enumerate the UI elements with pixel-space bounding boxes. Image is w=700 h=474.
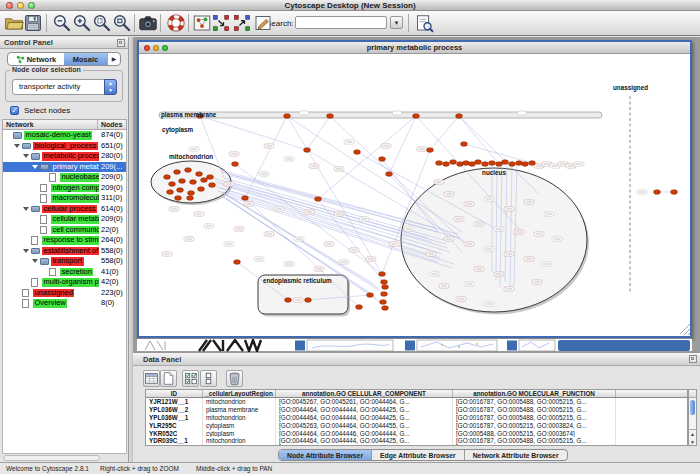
network-node[interactable] bbox=[304, 148, 311, 153]
network-node[interactable] bbox=[386, 172, 393, 177]
network-node[interactable] bbox=[242, 196, 249, 201]
network-node[interactable] bbox=[169, 182, 176, 187]
search-input[interactable] bbox=[295, 16, 387, 29]
network-node[interactable] bbox=[522, 162, 529, 167]
tree-row[interactable]: cellular process614(0) bbox=[3, 204, 126, 215]
network-node[interactable] bbox=[671, 190, 678, 195]
scrollbar-thumb[interactable] bbox=[690, 400, 695, 415]
network-node[interactable] bbox=[381, 292, 388, 297]
tree-row[interactable]: macromolecule311(0) bbox=[3, 193, 126, 204]
network-node[interactable] bbox=[187, 196, 194, 201]
zoom-out-button[interactable] bbox=[52, 13, 72, 33]
tree-row[interactable]: cell communicat22(0) bbox=[3, 225, 126, 236]
network-view-titlebar[interactable]: primary metabolic process bbox=[139, 42, 690, 54]
attribute-grid-button[interactable] bbox=[143, 370, 160, 387]
network-node[interactable] bbox=[179, 179, 186, 184]
network-node[interactable] bbox=[427, 148, 434, 153]
view-close-button[interactable] bbox=[144, 45, 150, 51]
network-node[interactable] bbox=[379, 272, 386, 277]
tab-node-attribute-browser[interactable]: Node Attribute Browser bbox=[279, 450, 372, 460]
network-node[interactable] bbox=[234, 260, 241, 265]
table-row[interactable]: YLR295Ccytoplasm[GO:0045263, GO:0044464,… bbox=[146, 422, 687, 430]
network-node[interactable] bbox=[356, 305, 363, 310]
network-node[interactable] bbox=[529, 161, 536, 166]
resize-grip-icon[interactable] bbox=[680, 324, 690, 335]
search-advanced-button[interactable] bbox=[414, 13, 434, 33]
network-node[interactable] bbox=[654, 190, 661, 195]
network-node[interactable] bbox=[201, 178, 208, 183]
network-node[interactable] bbox=[207, 175, 214, 180]
view-minimize-button[interactable] bbox=[153, 45, 159, 51]
tree-row[interactable]: mosaic-demo-yeast874(0) bbox=[3, 130, 126, 141]
network-node[interactable] bbox=[354, 150, 361, 155]
tab-mosaic[interactable]: Mosaic bbox=[64, 53, 107, 65]
attribute-unselect-button[interactable] bbox=[200, 370, 217, 387]
tree-row[interactable]: response to stimulu264(0) bbox=[3, 235, 126, 246]
network-node[interactable] bbox=[188, 191, 195, 196]
column-header[interactable]: ID bbox=[146, 390, 203, 397]
network-node[interactable] bbox=[177, 188, 184, 193]
tree-column-network[interactable]: Network bbox=[6, 121, 34, 128]
zoom-selected-button[interactable] bbox=[92, 13, 112, 33]
tree-row[interactable]: nucleobase-209(0) bbox=[3, 172, 126, 183]
tree-row[interactable]: biological_process651(0) bbox=[3, 141, 126, 152]
network-node[interactable] bbox=[175, 196, 182, 201]
table-row[interactable]: YJR121W__1mitochondrion[GO:0045267, GO:0… bbox=[146, 398, 687, 406]
tree-row[interactable]: metabolic process280(0) bbox=[3, 151, 126, 162]
column-header[interactable]: annotation.GO CELLULAR_COMPONENT bbox=[276, 390, 453, 397]
table-row[interactable]: YKR052Ccytoplasm[GO:0044464, GO:0044446,… bbox=[146, 430, 687, 438]
network-node[interactable] bbox=[382, 285, 389, 290]
network-node[interactable] bbox=[461, 142, 468, 147]
tab-network-attribute-browser[interactable]: Network Attribute Browser bbox=[465, 450, 567, 460]
zoom-fit-button[interactable] bbox=[112, 13, 132, 33]
network-canvas[interactable]: plasma membranecytoplasmmitochondrionnuc… bbox=[139, 54, 690, 336]
tree-expander-icon[interactable] bbox=[23, 249, 29, 253]
network-node[interactable] bbox=[285, 298, 292, 303]
table-row[interactable]: YDR039C__1mitochondrion[GO:0044464, GO:0… bbox=[146, 437, 687, 445]
tree-horizontal-scrollbar[interactable] bbox=[3, 455, 100, 461]
table-vertical-scrollbar[interactable]: ▲▼ bbox=[688, 389, 697, 446]
network-overview-button[interactable] bbox=[192, 13, 212, 33]
network-node[interactable] bbox=[482, 162, 489, 167]
tab-edge-attribute-browser[interactable]: Edge Attribute Browser bbox=[372, 450, 465, 460]
tree-expander-icon[interactable] bbox=[32, 165, 38, 169]
network-node[interactable] bbox=[174, 170, 181, 175]
network-node[interactable] bbox=[456, 114, 463, 119]
tree-column-nodes[interactable]: Nodes bbox=[101, 121, 122, 128]
network-node[interactable] bbox=[327, 114, 334, 119]
tree-row[interactable]: unassigned223(0) bbox=[3, 288, 126, 299]
network-node[interactable] bbox=[509, 162, 516, 167]
network-node[interactable] bbox=[443, 162, 450, 167]
tree-row[interactable]: primary metabo209(... bbox=[3, 162, 126, 173]
scrollbar-arrows[interactable]: ▲▼ bbox=[689, 429, 696, 445]
network-node[interactable] bbox=[489, 161, 496, 166]
attribute-select-button[interactable] bbox=[182, 370, 199, 387]
network-node[interactable] bbox=[380, 300, 387, 305]
tree-row[interactable]: nitrogen compo209(0) bbox=[3, 183, 126, 194]
network-node[interactable] bbox=[198, 187, 205, 192]
network-node[interactable] bbox=[475, 160, 482, 165]
tree-expander-icon[interactable] bbox=[32, 259, 38, 263]
attribute-delete-button[interactable] bbox=[226, 370, 243, 387]
tree-row[interactable]: secretion41(0) bbox=[3, 267, 126, 278]
network-node[interactable] bbox=[379, 157, 386, 162]
tree-expander-icon[interactable] bbox=[23, 207, 29, 211]
network-node[interactable] bbox=[367, 293, 374, 298]
apply-layout-2-button[interactable] bbox=[232, 13, 252, 33]
network-node[interactable] bbox=[382, 306, 389, 311]
network-node[interactable] bbox=[516, 161, 523, 166]
search-options-button[interactable] bbox=[253, 13, 273, 33]
float-panel-icon[interactable] bbox=[689, 355, 697, 363]
network-node[interactable] bbox=[413, 114, 420, 119]
network-node[interactable] bbox=[305, 298, 312, 303]
float-panel-icon[interactable] bbox=[117, 39, 125, 47]
network-node[interactable] bbox=[450, 160, 457, 165]
table-row[interactable]: YPL036W__2plasma membrane[GO:0044464, GO… bbox=[146, 406, 687, 414]
network-node[interactable] bbox=[381, 280, 388, 285]
node-color-select[interactable]: transporter activity ▲▼ bbox=[12, 79, 117, 95]
tree-expander-icon[interactable] bbox=[14, 144, 20, 148]
network-node[interactable] bbox=[232, 162, 239, 167]
network-node[interactable] bbox=[164, 175, 171, 180]
zoom-in-button[interactable] bbox=[72, 13, 92, 33]
snapshot-button[interactable] bbox=[138, 13, 158, 33]
